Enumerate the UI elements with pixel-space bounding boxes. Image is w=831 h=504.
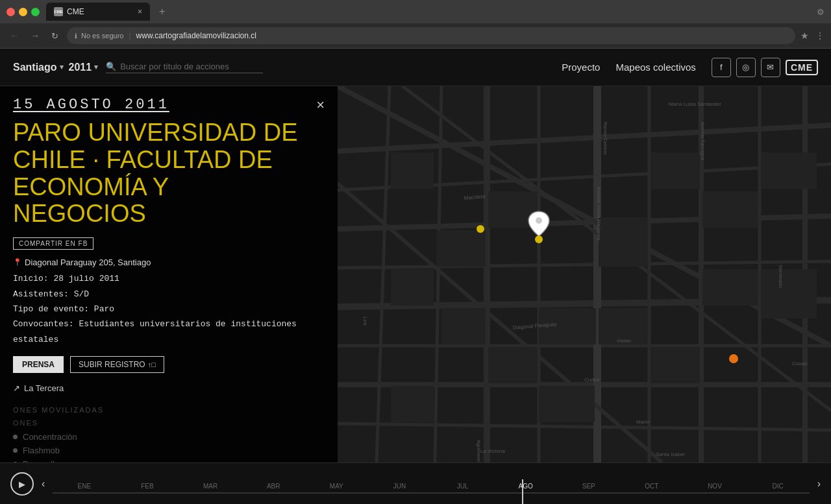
event-convocantes: Convocantes: Estudiantes universitarios … bbox=[13, 317, 325, 347]
timeline-month-nov[interactable]: NOV bbox=[683, 483, 746, 490]
event-tipo: Tipo de evento: Paro bbox=[13, 302, 325, 317]
event-type-flashmob[interactable]: Flashmob bbox=[13, 446, 325, 455]
timeline-track: ENEFEBMARABRMAYJUNJULAGOSEPOCTNOVDIC bbox=[53, 474, 809, 494]
svg-text:Couan: Couan bbox=[792, 361, 808, 366]
new-tab-button[interactable]: + bbox=[150, 3, 174, 21]
svg-text:La Victoria: La Victoria bbox=[480, 448, 505, 454]
timeline-month-may[interactable]: MAY bbox=[305, 483, 368, 490]
tab-title: CME bbox=[67, 7, 84, 16]
close-tab-button[interactable]: × bbox=[138, 7, 142, 16]
maximize-window-button[interactable] bbox=[31, 8, 40, 16]
event-location: 📍 Diagonal Paraguay 205, Santiago bbox=[13, 258, 325, 267]
svg-text:Santa Isabel: Santa Isabel bbox=[656, 451, 685, 457]
fb-share-button[interactable]: COMPARTIR EN FB bbox=[13, 237, 93, 250]
instagram-icon[interactable]: ◎ bbox=[736, 58, 756, 77]
section-acciones: ONES bbox=[13, 419, 325, 427]
tab-favicon: CME bbox=[54, 7, 63, 16]
city-selector[interactable]: Santiago ▾ bbox=[13, 62, 64, 73]
svg-rect-27 bbox=[651, 347, 700, 383]
email-icon[interactable]: ✉ bbox=[761, 58, 780, 77]
svg-rect-32 bbox=[539, 386, 595, 422]
timeline-month-sep[interactable]: SEP bbox=[557, 483, 620, 490]
cme-logo: CME bbox=[786, 60, 818, 75]
event-date: 15 AGOSTO 2011 bbox=[13, 97, 325, 113]
city-chevron-icon: ▾ bbox=[60, 63, 64, 71]
timeline-month-feb[interactable]: FEB bbox=[116, 483, 179, 490]
map-container: Macoleta Diagonal Paraguay Ramón Carnice… bbox=[338, 86, 831, 462]
timeline-month-dic[interactable]: DIC bbox=[747, 483, 810, 490]
svg-rect-36 bbox=[761, 152, 817, 189]
external-link-icon: ↗ bbox=[13, 383, 20, 393]
address-bar[interactable]: ℹ No es seguro | www.cartografiadelamovi… bbox=[67, 27, 795, 44]
year-label: 2011 bbox=[69, 62, 92, 73]
refresh-button[interactable]: ↻ bbox=[48, 30, 62, 42]
timeline: ▶ ‹ ENEFEBMARABRMAYJUNJULAGOSEPOCTNOVDIC… bbox=[0, 462, 831, 504]
city-label: Santiago bbox=[13, 62, 57, 73]
search-input[interactable] bbox=[120, 62, 263, 71]
timeline-month-oct[interactable]: OCT bbox=[620, 483, 683, 490]
subir-registro-button[interactable]: SUBIR REGISTRO ↑□ bbox=[70, 356, 164, 373]
lock-icon: ℹ bbox=[75, 32, 77, 40]
facebook-icon[interactable]: f bbox=[712, 58, 731, 77]
prensa-button[interactable]: PRENSA bbox=[13, 356, 64, 373]
play-icon: ▶ bbox=[19, 479, 25, 489]
bookmark-icon[interactable]: ★ bbox=[800, 30, 809, 41]
proyecto-nav-link[interactable]: Proyecto bbox=[562, 62, 600, 73]
active-tab[interactable]: CME CME × bbox=[46, 3, 150, 21]
traffic-lights bbox=[6, 8, 40, 16]
svg-rect-33 bbox=[702, 191, 758, 228]
timeline-month-mar[interactable]: MAR bbox=[179, 483, 242, 490]
svg-text:Curicó: Curicó bbox=[584, 377, 600, 383]
year-chevron-icon: ▾ bbox=[94, 63, 98, 71]
close-panel-button[interactable]: × bbox=[316, 97, 325, 114]
timeline-months: ENEFEBMARABRMAYJUNJULAGOSEPOCTNOVDIC bbox=[53, 483, 809, 490]
prev-button[interactable]: ‹ bbox=[42, 478, 45, 490]
extensions-icon: ⚙ bbox=[817, 7, 825, 17]
search-icon: 🔍 bbox=[106, 62, 116, 71]
svg-rect-21 bbox=[391, 152, 434, 189]
svg-rect-31 bbox=[391, 386, 434, 422]
app: Santiago ▾ 2011 ▾ 🔍 Proyecto Mapeos cole… bbox=[0, 49, 831, 504]
type-dot-concentracion bbox=[13, 435, 18, 439]
timeline-cursor[interactable] bbox=[522, 479, 523, 504]
year-selector[interactable]: 2011 ▾ bbox=[69, 62, 99, 73]
timeline-month-jun[interactable]: JUN bbox=[368, 483, 431, 490]
svg-rect-37 bbox=[391, 269, 434, 306]
close-window-button[interactable] bbox=[6, 8, 15, 16]
social-icons: f ◎ ✉ CME bbox=[712, 58, 818, 77]
action-buttons: PRENSA SUBIR REGISTRO ↑□ bbox=[13, 356, 325, 373]
header-left: Santiago ▾ 2011 ▾ 🔍 bbox=[13, 62, 263, 73]
back-button[interactable]: ← bbox=[6, 29, 22, 42]
timeline-month-ago[interactable]: AGO bbox=[494, 483, 557, 490]
mapeos-nav-link[interactable]: Mapeos colectivos bbox=[615, 62, 695, 73]
svg-text:Seminario: Seminario bbox=[778, 265, 784, 289]
svg-rect-30 bbox=[488, 347, 538, 383]
side-panel: 15 AGOSTO 2011 × PARO UNIVERSIDAD DE CHI… bbox=[0, 86, 338, 462]
browser-titlebar: CME CME × + ⚙ bbox=[0, 0, 831, 23]
timeline-month-abr[interactable]: ABR bbox=[242, 483, 305, 490]
svg-rect-25 bbox=[441, 308, 486, 344]
svg-text:Marín: Marín bbox=[636, 419, 649, 425]
timeline-line[interactable] bbox=[53, 492, 809, 494]
svg-text:María Luisa Santander: María Luisa Santander bbox=[669, 101, 721, 107]
timeline-month-jul[interactable]: JUL bbox=[431, 483, 494, 490]
svg-rect-24 bbox=[702, 269, 758, 306]
timeline-month-ene[interactable]: ENE bbox=[53, 483, 116, 490]
minimize-window-button[interactable] bbox=[19, 8, 27, 16]
section-movilizadas: ONES MOVILIZADAS bbox=[13, 406, 325, 414]
menu-icon[interactable]: ⋮ bbox=[815, 30, 825, 41]
event-type-concentracion[interactable]: Concentración bbox=[13, 432, 325, 442]
next-button[interactable]: › bbox=[817, 478, 821, 490]
search-area[interactable]: 🔍 bbox=[106, 62, 263, 73]
news-link[interactable]: ↗ La Tercera bbox=[13, 383, 325, 393]
event-asistentes: Asistentes: S/D bbox=[13, 287, 325, 302]
svg-rect-23 bbox=[599, 217, 648, 267]
svg-point-53 bbox=[536, 217, 542, 224]
play-button[interactable]: ▶ bbox=[10, 472, 34, 496]
svg-text:Violier: Violier bbox=[617, 338, 631, 344]
forward-button[interactable]: → bbox=[27, 29, 43, 42]
header-right: Proyecto Mapeos colectivos f ◎ ✉ CME bbox=[562, 58, 818, 77]
location-pin-icon: 📍 bbox=[13, 258, 22, 267]
insecure-label: No es seguro bbox=[81, 32, 123, 40]
svg-point-55 bbox=[535, 235, 543, 243]
